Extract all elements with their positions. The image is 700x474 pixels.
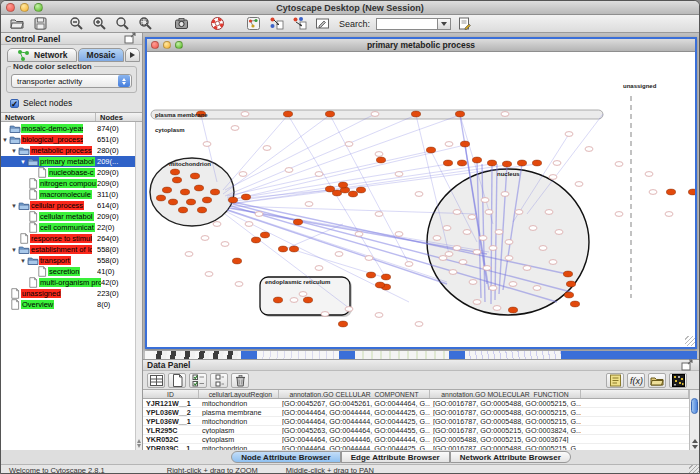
- tab-overflow-button[interactable]: [125, 48, 140, 62]
- node-selected-orange[interactable]: [381, 274, 390, 280]
- tab-node-attribute-browser[interactable]: Node Attribute Browser: [231, 451, 341, 463]
- node-selected-orange[interactable]: [502, 161, 511, 167]
- node[interactable]: [185, 252, 193, 257]
- table-row[interactable]: YPL036W__2plasma membrane[GO:0044464, GO…: [143, 408, 689, 417]
- node[interactable]: [453, 246, 461, 251]
- node-selected-orange[interactable]: [366, 272, 375, 278]
- zoom-selected-button[interactable]: [135, 16, 155, 32]
- node[interactable]: [299, 292, 307, 297]
- node[interactable]: [549, 175, 557, 180]
- node[interactable]: [505, 256, 513, 261]
- attribute-batch-button[interactable]: [210, 373, 228, 388]
- node[interactable]: [201, 236, 209, 241]
- import-attributes-button[interactable]: [648, 373, 666, 388]
- node[interactable]: [539, 246, 547, 251]
- column-network[interactable]: Network: [1, 113, 96, 121]
- node-selected-orange[interactable]: [283, 111, 292, 117]
- attribute-table[interactable]: ID_cellularLayoutRegionannotation.GO CEL…: [143, 390, 689, 450]
- node-selected-orange[interactable]: [168, 199, 177, 205]
- column-header[interactable]: ID: [143, 390, 199, 398]
- node[interactable]: [321, 312, 329, 317]
- help-button[interactable]: [207, 16, 227, 32]
- node[interactable]: [415, 322, 423, 327]
- search-dropdown-button[interactable]: [438, 18, 451, 30]
- node[interactable]: [395, 172, 403, 177]
- node-selected-orange[interactable]: [260, 232, 269, 238]
- node-selected-orange[interactable]: [348, 191, 357, 197]
- node-selected-orange[interactable]: [210, 189, 219, 195]
- node[interactable]: [231, 126, 239, 131]
- zoom-fit-button[interactable]: [112, 16, 132, 32]
- table-row[interactable]: YKR052Ccytoplasm[GO:0044464, GO:0044446,…: [143, 435, 689, 444]
- table-row[interactable]: YLR295Ccytoplasm[GO:0045263, GO:0044464,…: [143, 426, 689, 435]
- node-selected-orange[interactable]: [156, 195, 165, 201]
- node[interactable]: [555, 230, 563, 235]
- node[interactable]: [515, 210, 523, 215]
- node-selected-orange[interactable]: [338, 182, 347, 188]
- node-selected-orange[interactable]: [666, 189, 675, 195]
- node[interactable]: [523, 266, 531, 271]
- node[interactable]: [649, 190, 657, 195]
- node-selected-orange[interactable]: [356, 187, 365, 193]
- node[interactable]: [615, 212, 623, 217]
- node[interactable]: [290, 298, 298, 303]
- node[interactable]: [355, 232, 363, 237]
- column-header[interactable]: annotation.GO CELLULAR_COMPONENT: [279, 390, 430, 398]
- node[interactable]: [415, 192, 423, 197]
- node[interactable]: [221, 242, 229, 247]
- float-panel-icon[interactable]: [123, 31, 138, 46]
- node[interactable]: [468, 215, 476, 220]
- snapshot-button[interactable]: [171, 16, 191, 32]
- node-selected-orange[interactable]: [241, 194, 250, 200]
- node-selected-orange[interactable]: [197, 207, 206, 213]
- node-selected-orange[interactable]: [289, 246, 298, 252]
- column-header[interactable]: [581, 390, 689, 398]
- node[interactable]: [245, 222, 253, 227]
- node-selected-orange[interactable]: [325, 111, 334, 117]
- node-selected-orange[interactable]: [190, 173, 199, 179]
- node-selected-orange[interactable]: [293, 219, 302, 225]
- node[interactable]: [345, 142, 353, 147]
- node[interactable]: [239, 172, 247, 177]
- tree-item[interactable]: nitrogen compou209(0): [1, 178, 135, 189]
- notes-button[interactable]: [606, 373, 624, 388]
- node-selected-orange[interactable]: [232, 258, 241, 264]
- node[interactable]: [495, 230, 503, 235]
- node-selected-orange[interactable]: [338, 321, 347, 327]
- node-selected-orange[interactable]: [303, 297, 312, 303]
- matrix-button[interactable]: [669, 373, 687, 388]
- window-resize-grip[interactable]: [689, 465, 699, 474]
- node[interactable]: [665, 212, 673, 217]
- node[interactable]: [395, 232, 403, 237]
- node-selected-orange[interactable]: [443, 160, 452, 166]
- node[interactable]: [203, 142, 211, 147]
- column-header[interactable]: _cellularLayoutRegion: [199, 390, 279, 398]
- search-input[interactable]: [376, 18, 438, 30]
- tree-expander-icon[interactable]: ▼: [10, 247, 18, 253]
- select-attributes-button[interactable]: [189, 373, 207, 388]
- delete-attribute-button[interactable]: [231, 373, 249, 388]
- node-selected-orange[interactable]: [278, 246, 287, 252]
- node-selected-orange[interactable]: [273, 297, 282, 303]
- node[interactable]: [405, 262, 413, 267]
- node[interactable]: [489, 286, 497, 291]
- node-selected-orange[interactable]: [180, 189, 189, 195]
- node[interactable]: [285, 168, 293, 173]
- table-row[interactable]: YPL036W__1mitochondrion[GO:0044464, GO:0…: [143, 417, 689, 426]
- node[interactable]: [335, 252, 343, 257]
- node[interactable]: [509, 282, 517, 287]
- node[interactable]: [443, 226, 451, 231]
- new-attribute-button[interactable]: [168, 373, 186, 388]
- network-view-window[interactable]: primary metabolic process plasma membran…: [145, 37, 697, 349]
- node-selected-orange[interactable]: [517, 160, 526, 166]
- table-scrollbar[interactable]: [689, 390, 699, 450]
- column-nodes[interactable]: Nodes: [96, 113, 142, 121]
- node[interactable]: [235, 282, 243, 287]
- edge-bundle[interactable]: [227, 210, 447, 284]
- tab-network-attribute-browser[interactable]: Network Attribute Browser: [450, 451, 571, 463]
- node-selected-orange[interactable]: [251, 237, 260, 243]
- attr-table-button[interactable]: [147, 373, 165, 388]
- node[interactable]: [489, 246, 497, 251]
- node[interactable]: [533, 286, 541, 291]
- node[interactable]: [371, 112, 379, 117]
